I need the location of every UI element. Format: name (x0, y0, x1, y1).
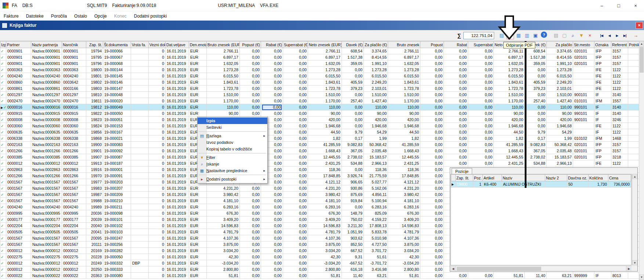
col-header-superrabat[interactable]: Superrabat (468, 41, 494, 48)
table-row[interactable]: ✓0000861Naziva:000086100031661980319-000… (0, 86, 639, 92)
clear-filter-icon[interactable]: × (586, 32, 594, 39)
sum-field[interactable]: 122.751,04 (463, 32, 494, 39)
tab-pozicije[interactable]: Pozicije (452, 168, 472, 174)
menu-konec[interactable]: Konec (111, 12, 130, 20)
preview-icon[interactable]: ▢ (561, 32, 568, 39)
table-row[interactable]: ✓0001266Naziva:000126600012661990119-000… (0, 148, 639, 154)
poz-col-header-naziv[interactable]: Naziv (502, 175, 545, 181)
close-button[interactable]: × (627, 0, 644, 11)
nav-prev-icon[interactable]: ◀ (606, 32, 613, 39)
col-header-za-placilo[interactable]: Za plačilo (547, 41, 573, 48)
table-row[interactable]: ✓0000008Naziva:000000800000081982319-000… (0, 117, 639, 123)
menu-datoteke[interactable]: Datoteke (22, 12, 47, 20)
menu-item-izpis[interactable]: Izpis (198, 117, 267, 124)
pozicije-scroll-left-icon[interactable]: ◀ (451, 266, 456, 271)
menu-item-kopiraj-tabelo-v-odlo-i-e[interactable]: Kopiraj tabelo v odložišče (198, 146, 267, 152)
poz-col-header-poz[interactable]: Poz. (473, 175, 483, 181)
col-header-vrsta-fa[interactable]: Vrsta fa. (131, 41, 149, 48)
table-row[interactable]: ✓0000385Naziva:000038500003851990719-000… (0, 154, 639, 160)
columns-icon[interactable]: ▥ (523, 32, 531, 39)
scroll-down-icon[interactable]: ▼ (639, 274, 644, 280)
col-header-den-enota[interactable]: Den.enota (189, 41, 207, 48)
table-row[interactable]: ✓0002470Naziva:000247000024701981119-000… (0, 98, 639, 104)
help-icon[interactable]: ? (541, 32, 547, 38)
menu-item-iskanje[interactable]: ⌕Iskanje (198, 161, 267, 167)
col-header-superrabat-eur[interactable]: Superrabat (€) (283, 41, 308, 48)
poz-col-header-cena[interactable]: Cena (608, 175, 631, 181)
table-row[interactable]: ✓0003060Naziva:000306000030601982419-000… (0, 123, 639, 129)
exit-icon[interactable]: → (632, 32, 640, 39)
pozicije-scroll-right-icon[interactable]: ▶ (626, 266, 632, 271)
menu-item-nastavitve-preglednice[interactable]: ▦Nastavitve preglednice► (198, 167, 267, 174)
col-header-bruto-eur[interactable]: Bruto znesek (EUR) (207, 41, 240, 48)
menu-poro-ila[interactable]: Poročila (47, 12, 70, 20)
col-header-popust-eur[interactable]: Popust (€) (240, 41, 261, 48)
col-header-izp[interactable]: Izp. (0, 41, 6, 48)
menu-opcije[interactable]: Opcije (91, 12, 111, 20)
col-header-davek-eur[interactable]: Davek (€) (342, 41, 364, 48)
table-row[interactable]: ✓0000901Naziva:000090100009011979519-000… (0, 54, 639, 61)
col-header-neto-eur[interactable]: Neto znesek (EUR) (308, 41, 342, 48)
col-header-rabat-eur[interactable]: Rabat (€) (261, 41, 283, 48)
mdi-close-button[interactable]: × (636, 22, 643, 29)
nav-next-icon[interactable]: ▶ (614, 32, 621, 39)
col-header-referent[interactable]: Referent (611, 41, 628, 48)
menu-fakture[interactable]: Fakture (0, 12, 22, 20)
edit-cell[interactable]: 0,00 (262, 105, 282, 110)
pozicije-scroll-up-icon[interactable]: ▲ (632, 174, 637, 179)
col-header-dat-veljave[interactable]: Dat.veljave (166, 41, 189, 48)
menu-ostalo[interactable]: Ostalo (70, 12, 91, 20)
col-header-rabat[interactable]: Rabat (444, 41, 468, 48)
pozicije-hscrollbar[interactable]: ◀ ▶ (451, 266, 632, 271)
nav-last-icon[interactable]: ▶| (621, 32, 628, 39)
col-header-partner[interactable]: Partner (6, 41, 31, 48)
poz-col-header-zap-t[interactable]: Zap. št. (456, 175, 473, 181)
table-row[interactable]: ✓0000022Naziva:000002200000222036319-000… (0, 273, 639, 279)
col-header-oznaka[interactable]: Oznaka (594, 41, 611, 48)
col-header-potnik[interactable]: Potnik (628, 41, 639, 48)
table-row[interactable]: ✓0004240Naziva:000424000042401980119-000… (0, 73, 639, 79)
pozicije-vscrollbar[interactable]: ▲ ▼ (632, 174, 637, 265)
table-row[interactable]: ✓0000901Naziva:000090100009011979419-000… (0, 48, 639, 54)
menu-item-razlaga[interactable]: ▤Razlaga► (198, 132, 267, 139)
col-header-popust[interactable]: Popust (420, 41, 444, 48)
nav-first-icon[interactable]: |◀ (598, 32, 605, 39)
table-row[interactable]: ✓0000901Naziva:000090100009011979619-000… (0, 61, 639, 67)
table-row[interactable]: ▶✓0000016Naziva:000001600000161981219-00… (0, 104, 639, 110)
col-header-vezni-dok[interactable]: Vezni dok. (149, 41, 166, 48)
pozicije-scroll-down-icon[interactable]: ▼ (632, 260, 637, 265)
filter-icon[interactable]: ▼ (578, 32, 585, 39)
pozicije-hscroll-thumb[interactable] (457, 267, 541, 271)
col-header-st-dokumenta[interactable]: Št.dokumenta (103, 41, 131, 48)
menu-item-izvoz-podatkov[interactable]: Izvoz podatkov (198, 139, 267, 146)
table-row[interactable]: ✓0006338Naziva:000633800063381986819-000… (0, 135, 639, 142)
menu-item-se-tevki[interactable]: Seštevki (198, 124, 267, 131)
pozicije-row[interactable]: ▶198001K6-400ALUMINIJ OSTRUŽKI501,730736… (451, 181, 631, 188)
poz-col-header-dav-na-oz[interactable]: Davčna oz. (567, 175, 589, 181)
menu-item-dodatni-postopki[interactable]: ▸Dodatni postopki► (198, 176, 267, 182)
vertical-scrollbar[interactable]: ▲ ▼ (639, 41, 644, 280)
poz-col-header-naziv-2[interactable]: Naziv 2 (545, 175, 567, 181)
table-row[interactable]: ✓0001297Naziva:000129700012971981019-000… (0, 92, 639, 98)
col-header-narocnik[interactable]: Naročnik (62, 41, 86, 48)
table-row[interactable]: ✓0000012Naziva:000001200000121991319-000… (0, 160, 639, 167)
table-row[interactable]: ✓0000635Naziva:000063500006351985619-000… (0, 129, 639, 135)
table-row[interactable]: ✓0000915Naziva:000091500009151982219-000… (0, 110, 639, 117)
print-icon[interactable]: ▤ (552, 32, 560, 39)
table-row[interactable]: ✓0000363Naziva:000036300003631980019-000… (0, 67, 639, 73)
poz-col-header-koli-ina[interactable]: Količina (589, 175, 608, 181)
col-header-str-mesto[interactable]: Str.mesto (573, 41, 594, 48)
col-header-za-placilo-eur[interactable]: Za plačilo (€) (364, 41, 388, 48)
table-row[interactable]: ✓0000860Naziva:000086000036421980219-000… (0, 79, 639, 86)
col-header-zap-st[interactable]: Zap. št. (86, 41, 103, 48)
col-header-naziv-partnerja[interactable]: Naziv partnerja (31, 41, 62, 48)
menu-dodatni-postopki[interactable]: Dodatni postopki (130, 12, 170, 20)
menu-item-filter[interactable]: ▼Filter (198, 154, 267, 161)
table-row[interactable]: ✓0002163Naziva:000216300021631990019-000… (0, 142, 639, 148)
search-icon[interactable]: ⌕ (569, 32, 577, 39)
minimize-button[interactable]: – (593, 0, 610, 11)
save-icon[interactable]: ▣ (532, 32, 539, 39)
poz-col-header-artikel[interactable]: Artikel (483, 175, 502, 181)
scroll-up-icon[interactable]: ▲ (639, 41, 644, 47)
scrollbar-thumb[interactable] (640, 47, 644, 73)
